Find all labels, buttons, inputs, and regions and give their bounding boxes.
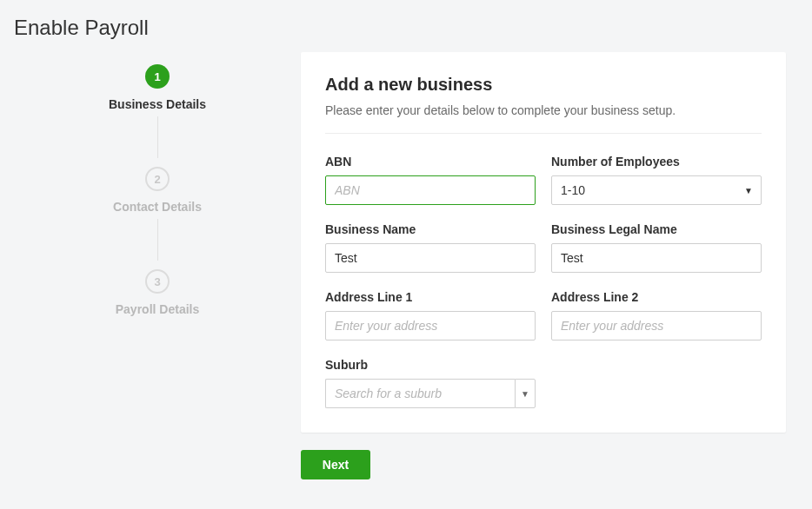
field-suburb: Suburb ▼: [325, 358, 536, 408]
address1-input[interactable]: [325, 311, 536, 340]
step-business-details: 1 Business Details: [14, 64, 301, 167]
employees-label: Number of Employees: [551, 155, 762, 169]
steps-sidebar: 1 Business Details 2 Contact Details 3 P…: [14, 52, 301, 433]
step-connector: [157, 116, 158, 158]
business-name-input[interactable]: [325, 243, 536, 273]
address1-label: Address Line 1: [325, 290, 536, 304]
suburb-dropdown-button[interactable]: ▼: [515, 379, 536, 408]
step-contact-details: 2 Contact Details: [14, 167, 301, 269]
step-payroll-details: 3 Payroll Details: [14, 269, 301, 321]
step-label-1: Business Details: [109, 97, 206, 111]
legal-name-input[interactable]: [551, 243, 762, 273]
form-grid: ABN Number of Employees 1-10 ▼ Business …: [325, 155, 762, 408]
page-title: Enable Payroll: [0, 0, 812, 52]
field-abn: ABN: [325, 155, 536, 205]
step-number-1: 1: [145, 64, 170, 89]
card-title: Add a new business: [325, 75, 762, 95]
next-button[interactable]: Next: [301, 450, 370, 479]
business-form-card: Add a new business Please enter your det…: [301, 52, 786, 433]
abn-label: ABN: [325, 155, 536, 169]
step-label-2: Contact Details: [113, 200, 202, 214]
employees-select[interactable]: 1-10: [551, 175, 762, 205]
content-area: 1 Business Details 2 Contact Details 3 P…: [0, 52, 812, 433]
field-address2: Address Line 2: [551, 290, 762, 340]
suburb-label: Suburb: [325, 358, 536, 372]
footer: Next: [0, 433, 812, 479]
field-employees: Number of Employees 1-10 ▼: [551, 155, 762, 205]
step-number-3: 3: [145, 269, 170, 294]
field-business-name: Business Name: [325, 222, 536, 273]
legal-name-label: Business Legal Name: [551, 222, 762, 236]
suburb-input[interactable]: [325, 379, 515, 408]
step-connector: [157, 219, 158, 261]
business-name-label: Business Name: [325, 222, 536, 236]
abn-input[interactable]: [325, 175, 536, 205]
field-address1: Address Line 1: [325, 290, 536, 340]
field-legal-name: Business Legal Name: [551, 222, 762, 273]
step-label-3: Payroll Details: [116, 302, 200, 316]
card-subtitle: Please enter your details below to compl…: [325, 103, 762, 117]
divider: [325, 133, 762, 134]
address2-label: Address Line 2: [551, 290, 762, 304]
address2-input[interactable]: [551, 311, 762, 340]
chevron-down-icon: ▼: [521, 389, 529, 399]
step-number-2: 2: [145, 167, 170, 191]
